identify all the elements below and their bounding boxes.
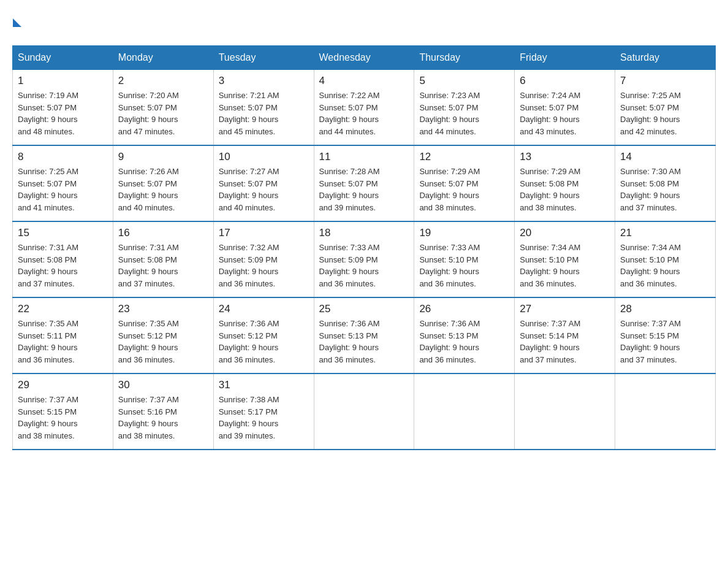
day-info: Sunrise: 7:27 AM Sunset: 5:07 PM Dayligh… bbox=[219, 166, 309, 213]
day-number: 14 bbox=[620, 151, 710, 163]
day-info: Sunrise: 7:36 AM Sunset: 5:12 PM Dayligh… bbox=[219, 318, 309, 366]
week-row-3: 15 Sunrise: 7:31 AM Sunset: 5:08 PM Dayl… bbox=[13, 221, 716, 297]
header-thursday: Thursday bbox=[414, 46, 515, 70]
day-number: 31 bbox=[219, 379, 309, 391]
calendar-cell: 13 Sunrise: 7:29 AM Sunset: 5:08 PM Dayl… bbox=[515, 145, 615, 221]
header-sunday: Sunday bbox=[13, 46, 113, 70]
day-info: Sunrise: 7:29 AM Sunset: 5:07 PM Dayligh… bbox=[419, 166, 509, 213]
day-number: 17 bbox=[219, 227, 309, 239]
day-info: Sunrise: 7:37 AM Sunset: 5:14 PM Dayligh… bbox=[520, 318, 610, 366]
day-info: Sunrise: 7:35 AM Sunset: 5:11 PM Dayligh… bbox=[18, 318, 108, 366]
calendar-cell: 14 Sunrise: 7:30 AM Sunset: 5:08 PM Dayl… bbox=[615, 145, 716, 221]
day-number: 26 bbox=[419, 303, 509, 315]
day-info: Sunrise: 7:34 AM Sunset: 5:10 PM Dayligh… bbox=[620, 242, 710, 289]
logo bbox=[12, 18, 21, 27]
day-info: Sunrise: 7:37 AM Sunset: 5:15 PM Dayligh… bbox=[18, 394, 108, 442]
day-number: 12 bbox=[419, 151, 509, 163]
day-info: Sunrise: 7:34 AM Sunset: 5:10 PM Dayligh… bbox=[520, 242, 610, 289]
header-tuesday: Tuesday bbox=[213, 46, 314, 70]
calendar-cell bbox=[615, 373, 716, 450]
calendar-cell bbox=[314, 373, 414, 450]
day-number: 11 bbox=[319, 151, 409, 163]
calendar-cell: 7 Sunrise: 7:25 AM Sunset: 5:07 PM Dayli… bbox=[615, 70, 716, 146]
day-number: 24 bbox=[219, 303, 309, 315]
calendar-cell: 5 Sunrise: 7:23 AM Sunset: 5:07 PM Dayli… bbox=[414, 70, 515, 146]
day-info: Sunrise: 7:23 AM Sunset: 5:07 PM Dayligh… bbox=[419, 90, 509, 137]
calendar-cell bbox=[515, 373, 615, 450]
calendar-cell: 27 Sunrise: 7:37 AM Sunset: 5:14 PM Dayl… bbox=[515, 297, 615, 373]
day-info: Sunrise: 7:35 AM Sunset: 5:12 PM Dayligh… bbox=[118, 318, 208, 366]
calendar-cell: 24 Sunrise: 7:36 AM Sunset: 5:12 PM Dayl… bbox=[213, 297, 314, 373]
day-number: 18 bbox=[319, 227, 409, 239]
day-number: 7 bbox=[620, 75, 710, 87]
header-saturday: Saturday bbox=[615, 46, 716, 70]
day-number: 29 bbox=[18, 379, 108, 391]
calendar-cell: 29 Sunrise: 7:37 AM Sunset: 5:15 PM Dayl… bbox=[13, 373, 113, 450]
week-row-1: 1 Sunrise: 7:19 AM Sunset: 5:07 PM Dayli… bbox=[13, 70, 716, 146]
calendar-cell: 16 Sunrise: 7:31 AM Sunset: 5:08 PM Dayl… bbox=[113, 221, 213, 297]
calendar-cell: 17 Sunrise: 7:32 AM Sunset: 5:09 PM Dayl… bbox=[213, 221, 314, 297]
page-header bbox=[12, 12, 716, 33]
calendar-cell: 30 Sunrise: 7:37 AM Sunset: 5:16 PM Dayl… bbox=[113, 373, 213, 450]
calendar-cell: 11 Sunrise: 7:28 AM Sunset: 5:07 PM Dayl… bbox=[314, 145, 414, 221]
day-number: 6 bbox=[520, 75, 610, 87]
calendar-cell: 22 Sunrise: 7:35 AM Sunset: 5:11 PM Dayl… bbox=[13, 297, 113, 373]
calendar-cell: 10 Sunrise: 7:27 AM Sunset: 5:07 PM Dayl… bbox=[213, 145, 314, 221]
calendar-cell: 18 Sunrise: 7:33 AM Sunset: 5:09 PM Dayl… bbox=[314, 221, 414, 297]
day-number: 1 bbox=[18, 75, 108, 87]
calendar-header-row: SundayMondayTuesdayWednesdayThursdayFrid… bbox=[13, 46, 716, 70]
calendar-cell: 25 Sunrise: 7:36 AM Sunset: 5:13 PM Dayl… bbox=[314, 297, 414, 373]
day-info: Sunrise: 7:33 AM Sunset: 5:10 PM Dayligh… bbox=[419, 242, 509, 289]
day-number: 28 bbox=[620, 303, 710, 315]
day-number: 21 bbox=[620, 227, 710, 239]
day-info: Sunrise: 7:36 AM Sunset: 5:13 PM Dayligh… bbox=[419, 318, 509, 366]
day-number: 9 bbox=[118, 151, 208, 163]
day-info: Sunrise: 7:20 AM Sunset: 5:07 PM Dayligh… bbox=[118, 90, 208, 137]
day-info: Sunrise: 7:28 AM Sunset: 5:07 PM Dayligh… bbox=[319, 166, 409, 213]
day-info: Sunrise: 7:22 AM Sunset: 5:07 PM Dayligh… bbox=[319, 90, 409, 137]
header-monday: Monday bbox=[113, 46, 213, 70]
calendar-cell: 21 Sunrise: 7:34 AM Sunset: 5:10 PM Dayl… bbox=[615, 221, 716, 297]
day-number: 25 bbox=[319, 303, 409, 315]
day-number: 15 bbox=[18, 227, 108, 239]
day-number: 30 bbox=[118, 379, 208, 391]
day-number: 19 bbox=[419, 227, 509, 239]
week-row-2: 8 Sunrise: 7:25 AM Sunset: 5:07 PM Dayli… bbox=[13, 145, 716, 221]
day-number: 16 bbox=[118, 227, 208, 239]
header-friday: Friday bbox=[515, 46, 615, 70]
day-number: 22 bbox=[18, 303, 108, 315]
day-number: 23 bbox=[118, 303, 208, 315]
calendar-cell: 1 Sunrise: 7:19 AM Sunset: 5:07 PM Dayli… bbox=[13, 70, 113, 146]
day-number: 27 bbox=[520, 303, 610, 315]
day-info: Sunrise: 7:32 AM Sunset: 5:09 PM Dayligh… bbox=[219, 242, 309, 289]
day-info: Sunrise: 7:26 AM Sunset: 5:07 PM Dayligh… bbox=[118, 166, 208, 213]
calendar-cell: 26 Sunrise: 7:36 AM Sunset: 5:13 PM Dayl… bbox=[414, 297, 515, 373]
day-info: Sunrise: 7:21 AM Sunset: 5:07 PM Dayligh… bbox=[219, 90, 309, 137]
calendar-table: SundayMondayTuesdayWednesdayThursdayFrid… bbox=[12, 45, 716, 450]
calendar-cell: 2 Sunrise: 7:20 AM Sunset: 5:07 PM Dayli… bbox=[113, 70, 213, 146]
calendar-cell: 31 Sunrise: 7:38 AM Sunset: 5:17 PM Dayl… bbox=[213, 373, 314, 450]
calendar-cell: 12 Sunrise: 7:29 AM Sunset: 5:07 PM Dayl… bbox=[414, 145, 515, 221]
day-info: Sunrise: 7:38 AM Sunset: 5:17 PM Dayligh… bbox=[219, 394, 309, 442]
week-row-4: 22 Sunrise: 7:35 AM Sunset: 5:11 PM Dayl… bbox=[13, 297, 716, 373]
day-info: Sunrise: 7:31 AM Sunset: 5:08 PM Dayligh… bbox=[18, 242, 108, 289]
day-number: 3 bbox=[219, 75, 309, 87]
day-info: Sunrise: 7:25 AM Sunset: 5:07 PM Dayligh… bbox=[620, 90, 710, 137]
calendar-cell: 8 Sunrise: 7:25 AM Sunset: 5:07 PM Dayli… bbox=[13, 145, 113, 221]
day-info: Sunrise: 7:30 AM Sunset: 5:08 PM Dayligh… bbox=[620, 166, 710, 213]
day-number: 20 bbox=[520, 227, 610, 239]
day-info: Sunrise: 7:33 AM Sunset: 5:09 PM Dayligh… bbox=[319, 242, 409, 289]
day-info: Sunrise: 7:29 AM Sunset: 5:08 PM Dayligh… bbox=[520, 166, 610, 213]
calendar-cell bbox=[414, 373, 515, 450]
calendar-cell: 3 Sunrise: 7:21 AM Sunset: 5:07 PM Dayli… bbox=[213, 70, 314, 146]
day-info: Sunrise: 7:25 AM Sunset: 5:07 PM Dayligh… bbox=[18, 166, 108, 213]
day-info: Sunrise: 7:37 AM Sunset: 5:15 PM Dayligh… bbox=[620, 318, 710, 366]
day-info: Sunrise: 7:31 AM Sunset: 5:08 PM Dayligh… bbox=[118, 242, 208, 289]
day-number: 4 bbox=[319, 75, 409, 87]
day-info: Sunrise: 7:37 AM Sunset: 5:16 PM Dayligh… bbox=[118, 394, 208, 442]
day-number: 5 bbox=[419, 75, 509, 87]
calendar-cell: 19 Sunrise: 7:33 AM Sunset: 5:10 PM Dayl… bbox=[414, 221, 515, 297]
calendar-cell: 4 Sunrise: 7:22 AM Sunset: 5:07 PM Dayli… bbox=[314, 70, 414, 146]
calendar-cell: 23 Sunrise: 7:35 AM Sunset: 5:12 PM Dayl… bbox=[113, 297, 213, 373]
day-number: 13 bbox=[520, 151, 610, 163]
